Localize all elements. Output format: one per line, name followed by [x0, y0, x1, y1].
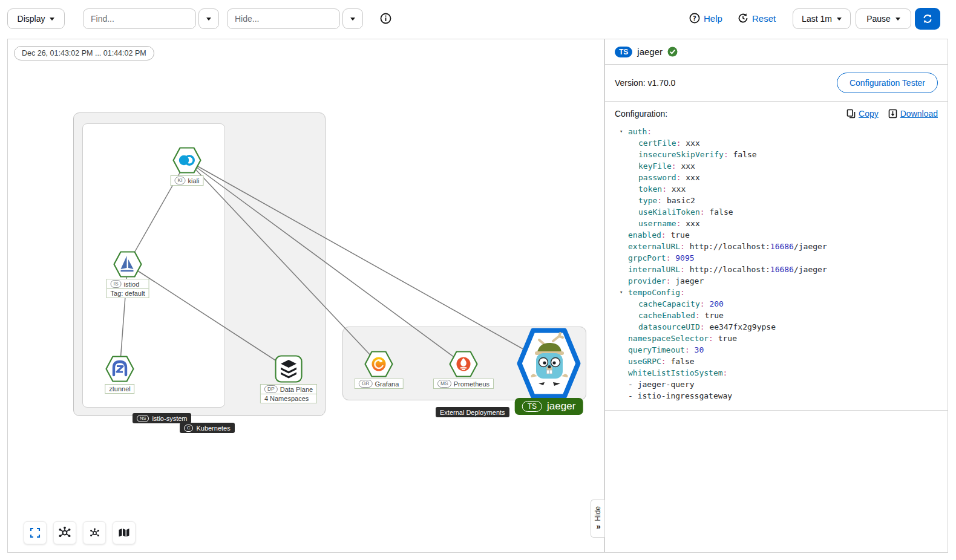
node-dataplane[interactable] [275, 355, 303, 385]
expand-icon [30, 527, 41, 538]
configuration-tester-button[interactable]: Configuration Tester [837, 73, 938, 93]
version-label: Version: v1.70.0 [615, 78, 675, 88]
graph-toolbar [24, 521, 136, 544]
refresh-button[interactable] [915, 8, 940, 30]
topology-small-icon [90, 528, 100, 538]
chevron-down-icon [206, 18, 211, 21]
config-yaml[interactable]: ▾auth:certFile: xxxinsecureSkipVerify: f… [605, 122, 948, 411]
node-istiod[interactable] [113, 251, 142, 280]
hide-panel-tab[interactable]: Hide » [591, 500, 604, 538]
double-chevron-right-icon: » [596, 522, 599, 531]
find-input[interactable] [91, 14, 188, 24]
reset-icon [738, 13, 748, 24]
hide-panel-label: Hide [594, 506, 602, 521]
configuration-label: Configuration: [615, 109, 667, 119]
node-kiali[interactable] [172, 147, 201, 176]
copy-label: Copy [859, 109, 879, 119]
namespace-box-istio-system[interactable] [82, 123, 225, 408]
info-icon[interactable] [380, 13, 391, 27]
prometheus-type-badge: MS [437, 380, 451, 388]
reset-label: Reset [752, 13, 776, 24]
copy-icon [846, 109, 856, 119]
grafana-icon [364, 351, 393, 377]
configuration-row: Configuration: Copy Download [605, 102, 948, 122]
map-icon [118, 527, 130, 538]
kiali-icon [172, 147, 201, 174]
pause-dropdown[interactable]: Pause [856, 8, 911, 29]
jaeger-label: jaeger [547, 400, 575, 412]
panel-title: jaeger [637, 47, 663, 57]
help-icon: ? [689, 13, 700, 24]
download-label: Download [900, 109, 938, 119]
node-jaeger[interactable] [517, 328, 581, 402]
node-prometheus[interactable] [449, 351, 478, 380]
healthy-check-icon [667, 47, 678, 57]
istio-icon [113, 251, 142, 278]
node-label-jaeger-selected[interactable]: TS jaeger [515, 398, 583, 415]
grafana-type-badge: GR [359, 380, 373, 388]
tracing-type-badge: TS [615, 47, 632, 57]
cluster-label: Kubernetes [196, 425, 230, 432]
node-label-ztunnel[interactable]: ztunnel [105, 384, 134, 394]
sync-icon [922, 13, 933, 24]
time-range-label: Last 1m [802, 14, 832, 24]
node-label-grafana[interactable]: GRGrafana [355, 379, 404, 389]
layout-graph-button[interactable] [53, 521, 76, 544]
external-deployments-badge[interactable]: External Deployments [436, 407, 509, 417]
chevron-down-icon [837, 18, 842, 21]
istiod-label: istiod [124, 281, 140, 288]
istiod-tag-label: Tag: default [111, 290, 145, 297]
hide-input[interactable] [235, 14, 332, 24]
chevron-down-icon [895, 18, 900, 21]
copy-link[interactable]: Copy [846, 109, 879, 119]
node-label-istiod[interactable]: ISistiod Tag: default [106, 279, 149, 298]
minimap-button[interactable] [113, 521, 136, 544]
layout-graph-alt-button[interactable] [83, 521, 106, 544]
kiali-type-badge: KI [175, 177, 186, 184]
time-range-dropdown[interactable]: Last 1m [793, 8, 851, 29]
node-label-prometheus[interactable]: MSPrometheus [433, 379, 494, 389]
istiod-type-badge: IS [111, 280, 122, 288]
node-ztunnel[interactable] [105, 356, 134, 385]
pause-label: Pause [866, 14, 891, 24]
dataplane-type-badge: DP [264, 385, 278, 393]
hide-options-button[interactable] [342, 8, 363, 29]
find-options-button[interactable] [198, 8, 219, 29]
node-label-dataplane[interactable]: DPData Plane 4 Namespaces [260, 384, 317, 403]
chevron-down-icon [50, 18, 54, 21]
version-row: Version: v1.70.0 Configuration Tester [605, 65, 948, 102]
help-link[interactable]: ? Help [689, 13, 722, 24]
display-dropdown-label: Display [18, 14, 45, 24]
namespace-type-badge: NS [137, 415, 149, 422]
prometheus-label: Prometheus [454, 380, 489, 388]
namespace-label: istio-system [152, 415, 187, 422]
panel-header: TS jaeger [605, 39, 948, 65]
kiali-label: kiali [188, 177, 200, 184]
download-link[interactable]: Download [888, 109, 938, 119]
find-input-wrap[interactable] [83, 8, 196, 29]
help-label: Help [704, 13, 722, 24]
svg-text:?: ? [693, 15, 696, 22]
summary-panel: TS jaeger Version: v1.70.0 Configuration… [604, 39, 948, 553]
download-icon [888, 109, 897, 119]
chevron-down-icon [350, 18, 355, 21]
cluster-type-badge: C [184, 425, 193, 432]
ztunnel-icon [105, 356, 134, 382]
display-dropdown[interactable]: Display [7, 8, 65, 29]
reset-link[interactable]: Reset [738, 13, 776, 24]
layers-icon [275, 355, 303, 383]
cluster-badge-kubernetes[interactable]: C Kubernetes [180, 423, 235, 433]
graph-canvas[interactable]: Dec 26, 01:43:02 PM ... 01:44:02 PM KIki… [7, 39, 604, 553]
namespace-badge-istio-system[interactable]: NS istio-system [133, 413, 191, 423]
kiali-mesh-page: Display ? Help Reset Last 1m Pause [0, 0, 956, 560]
jaeger-gopher-icon [517, 328, 581, 399]
node-label-kiali[interactable]: KIkiali [171, 175, 204, 186]
dataplane-label: Data Plane [280, 386, 313, 393]
ztunnel-label: ztunnel [109, 385, 130, 392]
hide-input-wrap[interactable] [227, 8, 340, 29]
fit-to-screen-button[interactable] [24, 521, 47, 544]
time-range-badge: Dec 26, 01:43:02 PM ... 01:44:02 PM [14, 46, 154, 60]
external-deployments-label: External Deployments [440, 409, 505, 416]
node-grafana[interactable] [364, 351, 393, 380]
jaeger-type-badge: TS [522, 401, 542, 412]
